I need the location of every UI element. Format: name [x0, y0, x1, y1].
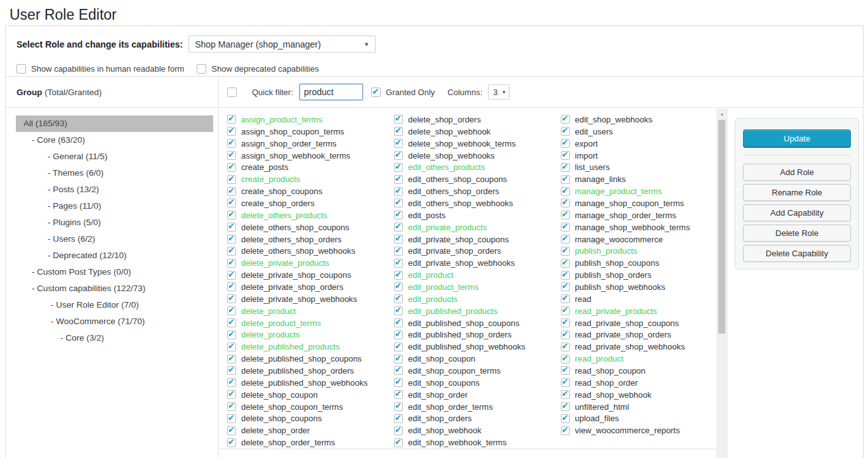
capability-checkbox[interactable]: ✔ — [394, 343, 403, 351]
capability-checkbox[interactable]: ✔ — [227, 390, 236, 399]
capability-checkbox[interactable]: ✔ — [227, 247, 236, 256]
capability-checkbox[interactable]: ✔ — [227, 199, 236, 207]
capability-checkbox[interactable]: ✔ — [227, 306, 236, 315]
capability-checkbox[interactable]: ✔ — [227, 355, 236, 363]
delete-capability-button[interactable]: Delete Capability — [743, 245, 851, 262]
tree-item[interactable]: - Themes (6/0) — [16, 165, 213, 181]
capability-checkbox[interactable]: ✔ — [561, 211, 570, 219]
add-capability-button[interactable]: Add Capability — [743, 204, 851, 221]
capability-checkbox[interactable]: ✔ — [227, 343, 236, 351]
capability-checkbox[interactable]: ✔ — [227, 318, 236, 327]
human-readable-checkbox[interactable]: ✔ — [16, 64, 26, 74]
capability-checkbox[interactable]: ✔ — [561, 199, 570, 207]
capability-checkbox[interactable]: ✔ — [561, 271, 570, 280]
capability-checkbox[interactable]: ✔ — [227, 163, 236, 172]
capability-checkbox[interactable]: ✔ — [394, 330, 403, 339]
capability-checkbox[interactable]: ✔ — [394, 199, 403, 207]
capability-checkbox[interactable]: ✔ — [394, 235, 403, 244]
capability-checkbox[interactable]: ✔ — [394, 390, 403, 399]
capability-checkbox[interactable]: ✔ — [394, 115, 403, 124]
capability-checkbox[interactable]: ✔ — [394, 414, 403, 423]
capability-checkbox[interactable]: ✔ — [394, 211, 403, 219]
capability-checkbox[interactable]: ✔ — [561, 127, 570, 136]
update-button[interactable]: Update — [743, 129, 851, 147]
capability-checkbox[interactable]: ✔ — [394, 127, 403, 136]
capability-checkbox[interactable]: ✔ — [561, 151, 570, 160]
capability-checkbox[interactable]: ✔ — [227, 127, 236, 136]
capability-checkbox[interactable]: ✔ — [561, 163, 570, 172]
capability-checkbox[interactable]: ✔ — [394, 259, 403, 268]
capability-checkbox[interactable]: ✔ — [227, 330, 236, 339]
capability-checkbox[interactable]: ✔ — [227, 235, 236, 244]
capability-checkbox[interactable]: ✔ — [227, 378, 236, 387]
capability-checkbox[interactable]: ✔ — [394, 163, 403, 172]
add-role-button[interactable]: Add Role — [743, 164, 851, 181]
capability-checkbox[interactable]: ✔ — [561, 282, 570, 291]
select-all-checkbox[interactable]: ✔ — [227, 88, 237, 97]
capability-checkbox[interactable]: ✔ — [227, 115, 236, 124]
capability-checkbox[interactable]: ✔ — [561, 115, 570, 124]
capability-checkbox[interactable]: ✔ — [561, 414, 570, 423]
capability-checkbox[interactable]: ✔ — [394, 294, 403, 303]
deprecated-checkbox[interactable]: ✔ — [197, 64, 206, 74]
capability-checkbox[interactable]: ✔ — [394, 175, 403, 184]
vertical-scrollbar[interactable]: ▲ — [716, 108, 728, 458]
tree-item[interactable]: - User Role Editor (7/0) — [16, 297, 213, 313]
capability-checkbox[interactable]: ✔ — [561, 294, 570, 303]
quick-filter-input[interactable] — [299, 84, 363, 100]
capability-checkbox[interactable]: ✔ — [561, 175, 570, 184]
tree-item[interactable]: - Users (6/2) — [16, 231, 213, 247]
capability-checkbox[interactable]: ✔ — [561, 306, 570, 315]
scroll-up-icon[interactable]: ▲ — [716, 108, 728, 119]
tree-item[interactable]: - General (11/5) — [16, 148, 213, 165]
capability-checkbox[interactable]: ✔ — [394, 187, 403, 196]
columns-select[interactable]: 3 ▼ — [488, 84, 510, 100]
tree-item[interactable]: - Plugins (5/0) — [16, 214, 213, 231]
capability-checkbox[interactable]: ✔ — [227, 438, 236, 447]
scrollbar-thumb[interactable] — [718, 120, 725, 334]
tree-item[interactable]: - Core (63/20) — [16, 132, 213, 148]
tree-item[interactable]: - Custom Post Types (0/0) — [16, 264, 213, 280]
tree-item[interactable]: - Custom capabilities (122/73) — [16, 280, 213, 297]
role-select[interactable]: Shop Manager (shop_manager) ▼ — [188, 36, 376, 53]
capability-checkbox[interactable]: ✔ — [227, 366, 236, 375]
tree-item[interactable]: - Posts (13/2) — [16, 181, 213, 198]
tree-item[interactable]: - WooCommerce (71/70) — [16, 313, 213, 330]
capability-checkbox[interactable]: ✔ — [561, 187, 570, 196]
capability-checkbox[interactable]: ✔ — [561, 343, 570, 351]
capability-checkbox[interactable]: ✔ — [227, 139, 236, 148]
capability-checkbox[interactable]: ✔ — [561, 139, 570, 148]
capability-checkbox[interactable]: ✔ — [227, 294, 236, 303]
capability-checkbox[interactable]: ✔ — [394, 318, 403, 327]
capability-checkbox[interactable]: ✔ — [227, 187, 236, 196]
capability-checkbox[interactable]: ✔ — [561, 366, 570, 375]
capability-checkbox[interactable]: ✔ — [561, 390, 570, 399]
capability-checkbox[interactable]: ✔ — [394, 282, 403, 291]
capability-checkbox[interactable]: ✔ — [227, 402, 236, 411]
capability-checkbox[interactable]: ✔ — [394, 438, 403, 447]
capability-checkbox[interactable]: ✔ — [394, 151, 403, 160]
capability-checkbox[interactable]: ✔ — [561, 378, 570, 387]
rename-role-button[interactable]: Rename Role — [743, 184, 851, 201]
capability-checkbox[interactable]: ✔ — [561, 330, 570, 339]
capability-checkbox[interactable]: ✔ — [394, 402, 403, 411]
capability-checkbox[interactable]: ✔ — [561, 247, 570, 256]
capability-checkbox[interactable]: ✔ — [227, 271, 236, 280]
capability-checkbox[interactable]: ✔ — [394, 306, 403, 315]
capability-checkbox[interactable]: ✔ — [227, 211, 236, 219]
capability-checkbox[interactable]: ✔ — [394, 378, 403, 387]
capability-checkbox[interactable]: ✔ — [561, 426, 570, 435]
capability-checkbox[interactable]: ✔ — [561, 259, 570, 268]
capability-checkbox[interactable]: ✔ — [394, 366, 403, 375]
capability-checkbox[interactable]: ✔ — [394, 355, 403, 363]
tree-item[interactable]: - Pages (11/0) — [16, 198, 213, 214]
capability-checkbox[interactable]: ✔ — [394, 247, 403, 256]
capability-checkbox[interactable]: ✔ — [227, 259, 236, 268]
capability-checkbox[interactable]: ✔ — [561, 235, 570, 244]
delete-role-button[interactable]: Delete Role — [743, 225, 851, 242]
capability-checkbox[interactable]: ✔ — [394, 139, 403, 148]
capability-checkbox[interactable]: ✔ — [561, 402, 570, 411]
tree-item[interactable]: - Deprecated (12/10) — [16, 247, 213, 264]
capability-checkbox[interactable]: ✔ — [227, 414, 236, 423]
capability-checkbox[interactable]: ✔ — [561, 355, 570, 363]
